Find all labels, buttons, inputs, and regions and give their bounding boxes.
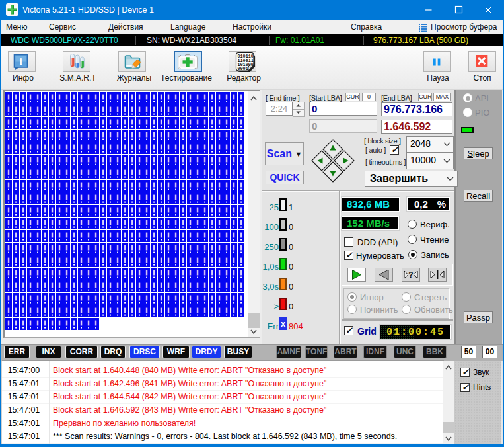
svg-text:i: i — [20, 57, 22, 67]
svg-text:0001: 0001 — [237, 66, 248, 71]
svg-text:?: ? — [408, 270, 413, 280]
